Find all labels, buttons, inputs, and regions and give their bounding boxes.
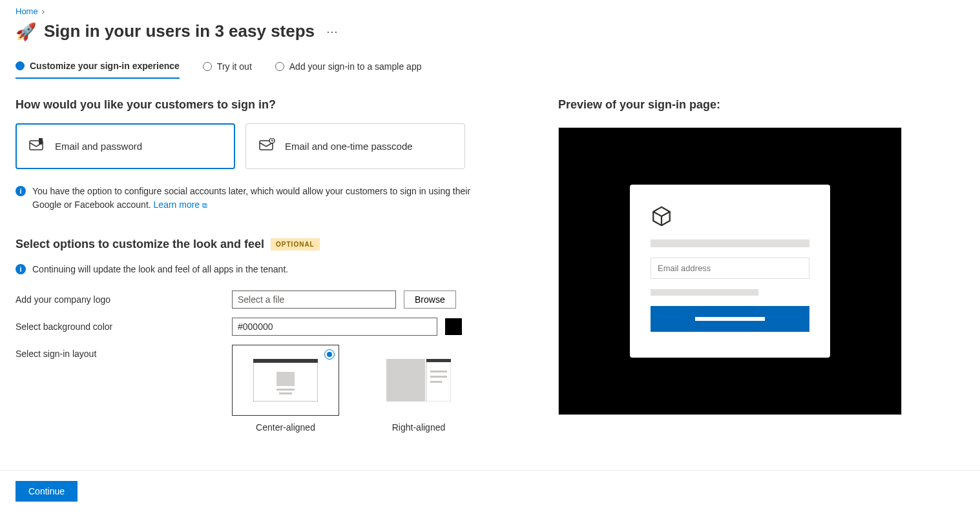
preview-submit-button <box>651 306 809 332</box>
tab-try-it-out[interactable]: Try it out <box>203 61 252 79</box>
signin-option-email-passcode[interactable]: Email and one-time passcode <box>245 123 465 169</box>
customize-heading: Select options to customize the look and… <box>16 238 264 251</box>
logo-label: Add your company logo <box>16 290 232 305</box>
preview-heading: Preview of your sign-in page: <box>558 98 907 112</box>
signin-option-email-password[interactable]: Email and password <box>16 123 235 169</box>
more-icon[interactable]: ⋯ <box>322 22 343 41</box>
info-text: You have the option to configure social … <box>32 186 470 210</box>
layout-label: Select sign-in layout <box>16 345 232 359</box>
wizard-tabs: Customize your sign-in experience Try it… <box>16 61 964 79</box>
svg-rect-11 <box>430 371 447 372</box>
preview-signin-card <box>630 185 830 358</box>
svg-rect-6 <box>276 389 295 391</box>
svg-rect-9 <box>426 359 451 402</box>
preview-email-input <box>651 258 809 279</box>
radio-empty-icon <box>203 62 212 71</box>
svg-rect-8 <box>386 359 425 402</box>
browse-button[interactable]: Browse <box>404 290 456 309</box>
layout-right-thumb-icon <box>386 359 451 402</box>
mail-clock-icon <box>259 138 276 154</box>
layout-option-center[interactable]: Center-aligned <box>232 345 339 433</box>
info-icon: i <box>16 186 26 196</box>
layout-option-right[interactable]: Right-aligned <box>365 345 472 433</box>
page-title: Sign in your users in 3 easy steps <box>44 21 315 41</box>
learn-more-link[interactable]: Learn more ⧉ <box>154 199 207 210</box>
placeholder-bar <box>651 289 758 296</box>
bg-color-label: Select background color <box>16 318 232 332</box>
breadcrumb: Home › <box>16 6 964 16</box>
tab-label: Add your sign-in to a sample app <box>289 61 422 72</box>
svg-rect-12 <box>430 376 447 378</box>
signin-option-label: Email and one-time passcode <box>285 141 413 152</box>
color-swatch[interactable] <box>445 318 462 335</box>
continue-button[interactable]: Continue <box>16 481 78 502</box>
mail-shield-icon <box>29 138 46 154</box>
layout-center-thumb-icon <box>253 359 318 402</box>
placeholder-bar <box>695 317 765 321</box>
bg-color-input[interactable] <box>232 318 437 336</box>
radio-selected-icon <box>324 349 335 360</box>
logo-file-input[interactable]: Select a file <box>232 290 396 309</box>
external-link-icon: ⧉ <box>202 201 207 209</box>
rocket-icon: 🚀 <box>16 23 36 40</box>
optional-badge: OPTIONAL <box>271 238 320 250</box>
tab-sample-app[interactable]: Add your sign-in to a sample app <box>275 61 422 79</box>
svg-rect-4 <box>253 359 318 363</box>
package-icon <box>651 205 809 229</box>
info-text: Continuing will update the look and feel… <box>32 263 288 276</box>
svg-rect-7 <box>279 392 292 394</box>
layout-option-label: Center-aligned <box>256 422 315 433</box>
tenant-update-info: i Continuing will update the look and fe… <box>16 263 481 276</box>
chevron-right-icon: › <box>42 6 45 16</box>
svg-rect-5 <box>276 372 295 386</box>
breadcrumb-home[interactable]: Home <box>16 6 38 16</box>
svg-rect-13 <box>430 381 442 383</box>
tab-label: Customize your sign-in experience <box>30 61 180 71</box>
radio-filled-icon <box>16 61 25 70</box>
svg-rect-10 <box>426 359 451 362</box>
social-accounts-info: i You have the option to configure socia… <box>16 185 481 212</box>
placeholder-bar <box>651 240 809 247</box>
tab-label: Try it out <box>217 61 252 72</box>
signin-option-label: Email and password <box>55 141 142 152</box>
preview-area <box>558 127 902 415</box>
radio-empty-icon <box>275 62 284 71</box>
footer-bar: Continue <box>0 470 980 512</box>
layout-option-label: Right-aligned <box>392 422 446 433</box>
tab-customize[interactable]: Customize your sign-in experience <box>16 61 180 79</box>
info-icon: i <box>16 264 26 274</box>
signin-method-heading: How would you like your customers to sig… <box>16 98 481 112</box>
